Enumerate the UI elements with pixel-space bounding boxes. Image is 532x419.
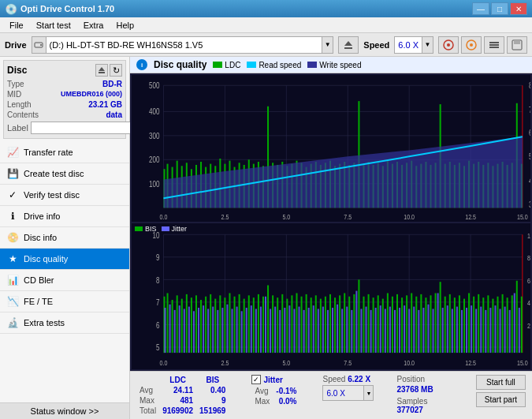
drive-selector[interactable]: (D:) HL-DT-ST BD-RE WH16NS58 1.V5	[47, 40, 322, 50]
save-button[interactable]	[507, 36, 527, 54]
svg-rect-229	[179, 305, 180, 353]
status-window-button[interactable]: Status window >>	[0, 402, 129, 419]
type-value: BD-R	[102, 80, 122, 88]
svg-text:15.0: 15.0	[517, 213, 528, 221]
nav-create-test-disc[interactable]: 💾 Create test disc	[0, 163, 129, 185]
maximize-button[interactable]: □	[491, 2, 508, 15]
nav-fe-te[interactable]: 📉 FE / TE	[0, 291, 129, 312]
svg-text:300: 300	[149, 131, 160, 140]
jitter-max-label: Max	[251, 396, 273, 406]
svg-text:6%: 6%	[527, 275, 530, 285]
disc-refresh-button[interactable]: ↻	[110, 64, 122, 77]
svg-rect-235	[207, 309, 209, 353]
svg-rect-266	[355, 290, 357, 352]
svg-text:6X: 6X	[529, 128, 530, 137]
svg-rect-253	[293, 309, 295, 353]
svg-rect-297	[504, 306, 506, 353]
svg-rect-221	[502, 294, 504, 352]
svg-rect-259	[322, 306, 324, 353]
svg-rect-281	[427, 304, 429, 352]
drive-dropdown-arrow[interactable]: ▼	[322, 37, 333, 53]
svg-rect-10	[489, 47, 499, 48]
nav-disc-info[interactable]: 📀 Disc info	[0, 227, 129, 249]
svg-text:7X: 7X	[529, 105, 530, 114]
svg-rect-179	[301, 296, 303, 352]
jitter-checkbox[interactable]: ✓	[251, 375, 261, 384]
svg-rect-283	[437, 293, 439, 353]
svg-rect-8	[489, 42, 499, 43]
chart-title: Disc quality	[154, 59, 206, 70]
svg-rect-215	[473, 296, 474, 352]
length-value: 23.21 GB	[88, 100, 122, 109]
svg-rect-228	[174, 309, 176, 352]
left-panel: Disc ↻ Type BD-R MID UMEBDR016 (000) Len…	[0, 57, 130, 419]
svg-rect-264	[346, 306, 348, 353]
nav-drive-info[interactable]: ℹ Drive info	[0, 206, 129, 227]
svg-rect-240	[232, 309, 233, 353]
drive-label: Drive	[5, 40, 27, 50]
app-title: Opti Drive Control 1.70	[20, 4, 472, 13]
nav-cd-bler[interactable]: 📊 CD Bler	[0, 270, 129, 291]
action-buttons: Start full Start part	[476, 375, 526, 407]
start-part-button[interactable]: Start part	[476, 392, 526, 407]
nav-transfer-rate[interactable]: 📈 Transfer rate	[0, 142, 129, 163]
svg-rect-152	[172, 300, 173, 353]
menu-extra[interactable]: Extra	[77, 19, 110, 32]
nav-section: 📈 Transfer rate 💾 Create test disc ✓ Ver…	[0, 142, 129, 402]
svg-rect-212	[459, 295, 460, 353]
position-label: Position	[396, 375, 425, 383]
svg-rect-162	[219, 295, 221, 353]
svg-marker-2	[344, 41, 352, 46]
menu-start-test[interactable]: Start test	[30, 19, 77, 32]
minimize-button[interactable]: —	[472, 2, 489, 15]
nav-disc-quality[interactable]: ★ Disc quality	[0, 249, 129, 270]
svg-rect-274	[394, 309, 396, 352]
write-disc-button[interactable]	[461, 36, 482, 54]
svg-rect-196	[382, 298, 384, 352]
svg-marker-14	[99, 67, 105, 71]
svg-rect-9	[489, 44, 499, 46]
svg-rect-220	[497, 296, 498, 352]
svg-rect-198	[392, 296, 393, 352]
speed-selector[interactable]: 6.0 X ▼	[394, 36, 433, 54]
svg-rect-156	[191, 297, 192, 353]
nav-verify-test-disc[interactable]: ✓ Verify test disc	[0, 185, 129, 206]
eject-button[interactable]	[338, 36, 359, 54]
svg-rect-205	[425, 297, 426, 353]
svg-rect-187	[339, 295, 340, 353]
disc-eject-button[interactable]	[95, 64, 108, 77]
start-full-button[interactable]: Start full	[476, 375, 526, 390]
svg-rect-236	[212, 306, 214, 353]
svg-rect-241	[236, 306, 238, 353]
read-disc-button[interactable]	[438, 36, 459, 54]
speed-dropdown-arrow[interactable]: ▼	[422, 37, 433, 53]
menu-file[interactable]: File	[3, 19, 30, 32]
svg-point-1	[40, 44, 42, 46]
disc-box-title: Disc	[7, 65, 27, 76]
close-button[interactable]: ✕	[510, 2, 527, 15]
svg-rect-210	[449, 294, 451, 352]
svg-text:3X: 3X	[529, 200, 530, 209]
svg-text:12.5: 12.5	[465, 357, 476, 367]
transfer-rate-icon: 📈	[6, 146, 19, 159]
svg-text:8: 8	[156, 275, 160, 285]
settings-button[interactable]	[484, 36, 504, 54]
svg-rect-188	[344, 293, 345, 353]
chart-title-icon: i	[136, 59, 147, 70]
legend-read-label: Read speed	[259, 61, 301, 69]
svg-rect-154	[181, 298, 183, 352]
svg-rect-245	[255, 309, 257, 353]
disc-label-label: Label	[7, 123, 28, 133]
nav-extra-tests[interactable]: 🔬 Extra tests	[0, 312, 129, 334]
svg-rect-300	[519, 308, 520, 353]
svg-rect-151	[167, 293, 169, 353]
speed-stat-dropdown[interactable]: ▼	[363, 386, 373, 400]
svg-rect-291	[475, 309, 477, 353]
menu-help[interactable]: Help	[110, 19, 140, 32]
legend-bis-label: BIS	[145, 225, 157, 233]
svg-rect-257	[313, 305, 314, 353]
bis-avg: 0.40	[196, 385, 229, 395]
svg-rect-217	[482, 297, 484, 353]
disc-label-input[interactable]	[31, 122, 136, 134]
svg-text:5.0: 5.0	[282, 213, 290, 221]
